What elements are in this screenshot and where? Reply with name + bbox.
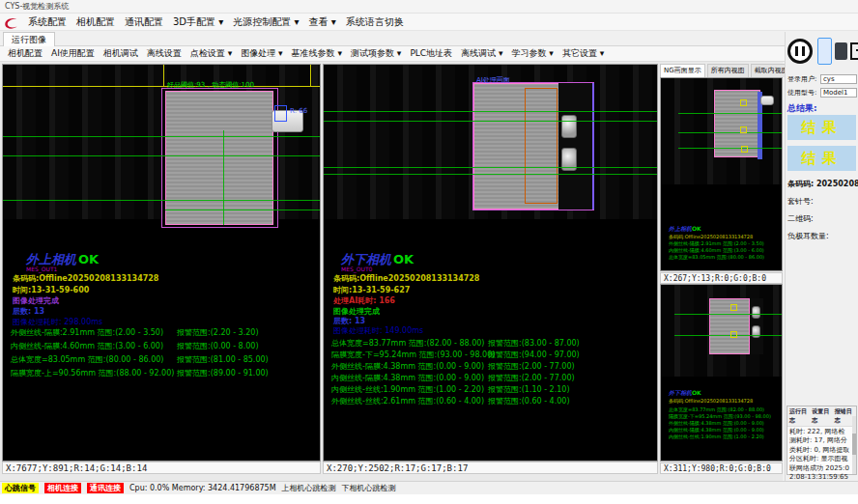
thumb-part-image: [709, 298, 750, 354]
control-buttons: [786, 38, 858, 69]
lower-camera-heartbeat-link[interactable]: 下相机心跳检测: [342, 483, 396, 493]
camera-connection-badge: 相机连接: [44, 483, 81, 493]
measurement-alarm: 报警范围:(2.00 - 77.00): [488, 361, 575, 372]
menu-item-comm-config[interactable]: 通讯配置: [125, 15, 163, 29]
thumb-camera-title: 外上相机OK: [669, 225, 701, 234]
log-scrollbar[interactable]: [852, 416, 856, 474]
model-label: 使用型号:: [787, 88, 820, 98]
pause-button[interactable]: [787, 39, 813, 64]
model-value[interactable]: Model1: [820, 88, 857, 98]
menu-item-light-config[interactable]: 光源控制配置 ▾: [233, 15, 299, 29]
login-user-field: 登录用户: cys: [787, 74, 857, 84]
exit-button[interactable]: [850, 42, 858, 60]
menu-item-camera-config[interactable]: 相机配置: [76, 15, 115, 29]
tool-learning-params[interactable]: 学习参数 ▾: [512, 47, 554, 60]
camera-view-upper[interactable]: 好品阈值:93，动态阈值:100 R: 66 外上相机OK MES_OUT1 条…: [2, 64, 321, 462]
thumb-measure-2: 内侧丝线-隔膜:4.60mm 范围:(3.00 - 6.00): [669, 247, 764, 253]
thumb-measure-5: 内侧丝线-丝线:1.90mm 范围:(1.00 - 2.20): [669, 434, 764, 439]
log-tab-errors[interactable]: 报错日志: [835, 407, 854, 425]
measure-line-green-3: [324, 167, 658, 168]
thumb-stud-2: [752, 325, 760, 338]
toolbar: 相机配置 AI使用配置 相机调试 离线设置 点检设置 ▾ 图像处理 ▾ 基准线参…: [0, 46, 858, 62]
measurement-row: 内侧丝线-隔膜:4.38mm 范围:(0.00 - 9.00) 报警范围:(2.…: [331, 373, 575, 383]
threshold-overlay-text: 好品阈值:93，动态阈值:100: [167, 80, 254, 90]
log-tab-run[interactable]: 运行日志: [789, 407, 809, 425]
dark-zone: [558, 83, 593, 210]
camera-view-lower[interactable]: AI处理画面 外下相机OK MES_OUT0 条码码:Offline202502…: [323, 64, 658, 462]
measurement-value: 外侧丝线-隔膜:4.38mm 范围:(0.00 - 9.00): [331, 361, 488, 372]
measure-line-green-2: [3, 155, 321, 156]
thumb-view-upper[interactable]: 外上相机OK 条码码:Offline20250208133134728 外侧丝线…: [660, 77, 783, 271]
mes-flag: MES_OUT1: [26, 266, 57, 272]
upper-camera-heartbeat-link[interactable]: 上相机心跳检测: [282, 483, 336, 493]
measurement-row: 总体宽度=83.05mm 范围:(80.00 - 86.00) 报警范围:(81…: [11, 354, 269, 365]
measure-line-green-1: [324, 111, 658, 112]
menu-item-system-config[interactable]: 系统配置: [28, 15, 67, 29]
qr-label: 二维码:: [787, 213, 814, 224]
mes-flag: MES_OUT0: [341, 266, 372, 272]
measurement-row: 隔膜宽度-下=95.24mm 范围:(93.00 - 98.00) 报警范围:(…: [331, 350, 580, 360]
roi-line-violet: [592, 83, 594, 210]
roi-line-yellow-h: [3, 86, 321, 87]
log-panel: 运行日志 设置日志 报错日志 耗时: 222, 网络检测耗时: 17, 网络分类…: [786, 406, 857, 475]
cursor-coords-lower: X:270;Y:2502;R:17;G:17;B:17: [323, 462, 658, 474]
menu-item-language[interactable]: 系统语言切换: [346, 15, 404, 29]
time-text: 时间:13-31-59-600: [13, 285, 89, 295]
tab-run-image[interactable]: 运行图像: [3, 32, 55, 46]
camera-name: 外下相机: [669, 389, 692, 396]
tool-camera-debug[interactable]: 相机调试: [103, 47, 138, 60]
weld-stud-1: [561, 115, 577, 138]
measurement-alarm: 报警范围:(0.60 - 4.00): [488, 396, 570, 406]
measurement-row: 外侧丝线-丝线:2.61mm 范围:(0.60 - 4.00) 报警范围:(0.…: [331, 396, 570, 406]
measurement-row: 外侧丝线-隔膜:2.91mm 范围:(2.00 - 3.50) 报警范围:(2.…: [11, 327, 259, 338]
tab-all-views[interactable]: 所有内视图: [707, 64, 749, 77]
measure-line-green-3: [3, 200, 321, 201]
thumb-measure-4: 内侧丝线-隔膜:4.38mm 范围:(0.00 - 9.00): [669, 427, 764, 433]
thumb-marker-1: [740, 99, 747, 106]
thumb-measure-3: 外侧丝线-隔膜:4.38mm 范围:(0.00 - 9.00): [669, 420, 764, 426]
thumb-connector-tab: [760, 96, 774, 105]
total-result-label: 总结果:: [787, 102, 817, 115]
measurement-value: 隔膜宽度-下=95.24mm 范围:(93.00 - 98.00): [331, 350, 488, 360]
measurement-value: 内侧丝线-隔膜:4.38mm 范围:(0.00 - 9.00): [331, 373, 488, 383]
elapsed-text: 图像处理耗时: 298.00ms: [13, 317, 102, 327]
tool-offline-settings[interactable]: 离线设置: [147, 47, 182, 60]
thumb-view-lower[interactable]: 外下相机OK 条码码:Offline20250208133134728 总体宽度…: [660, 284, 783, 462]
user-login-button[interactable]: [817, 38, 832, 65]
thumb-marker-2: [730, 331, 737, 338]
tool-other-settings[interactable]: 其它设置 ▾: [562, 47, 604, 60]
tool-ai-config[interactable]: AI使用配置: [51, 47, 95, 60]
log-tab-settings[interactable]: 设置日志: [812, 407, 831, 425]
tool-baseline-params[interactable]: 基准线参数 ▾: [292, 47, 342, 60]
tool-spotcheck-settings[interactable]: 点检设置 ▾: [190, 47, 232, 60]
tool-plc-address[interactable]: PLC地址表: [410, 47, 452, 60]
tab-ng-display[interactable]: NG画面显示: [660, 64, 705, 77]
measurement-alarm: 报警范围:(89.00 - 91.00): [177, 368, 269, 378]
time-text: 时间:13-31-59-627: [333, 285, 410, 295]
measure-line-green-1: [3, 136, 321, 137]
app-window: CYS-视觉检测系统 系统配置 相机配置 通讯配置 3D手配置 ▾ 光源控制配置…: [0, 0, 858, 504]
status-bar: 心跳信号 相机连接 通讯连接 Cpu: 0.0% Memory: 3424.41…: [0, 481, 858, 494]
thumb-marker-2: [740, 126, 747, 133]
thumb-coords-upper: X:267;Y:13;R:0;G:0;B:0: [660, 272, 783, 284]
login-user-value[interactable]: cys: [820, 74, 857, 84]
thumb-coords-lower: X:311;Y:980;R:0;G:0;B:0: [660, 462, 783, 474]
cursor-coords-upper: X:7677;Y:891;R:14;G:14;B:14: [2, 462, 321, 474]
tool-image-processing[interactable]: 图像处理 ▾: [241, 47, 282, 60]
needle-label: 套针号:: [787, 196, 814, 207]
tool-test-params[interactable]: 测试项参数 ▾: [351, 47, 401, 60]
thumb-line-green-2: [674, 335, 783, 336]
menu-item-3d-config[interactable]: 3D手配置 ▾: [173, 15, 223, 29]
user-manage-button[interactable]: [835, 42, 847, 60]
title-bar: CYS-视觉检测系统: [0, 0, 858, 14]
marker-box-blue: [274, 105, 287, 122]
tool-camera-config[interactable]: 相机配置: [8, 47, 43, 60]
result-box-upper: 结果: [787, 115, 856, 140]
menu-item-view[interactable]: 查看 ▾: [308, 15, 335, 29]
control-panel: 登录用户: cys 使用型号: Model1 总结果: 结果 结果 条码码: 2…: [785, 32, 858, 481]
thumb-line-green-2: [678, 132, 783, 133]
measurement-alarm: 报警范围:(83.00 - 87.00): [488, 338, 580, 349]
tool-offline-debug[interactable]: 离线调试 ▾: [461, 47, 502, 60]
log-tabs: 运行日志 设置日志 报错日志: [787, 406, 856, 427]
camera-name: 外下相机: [341, 252, 391, 266]
